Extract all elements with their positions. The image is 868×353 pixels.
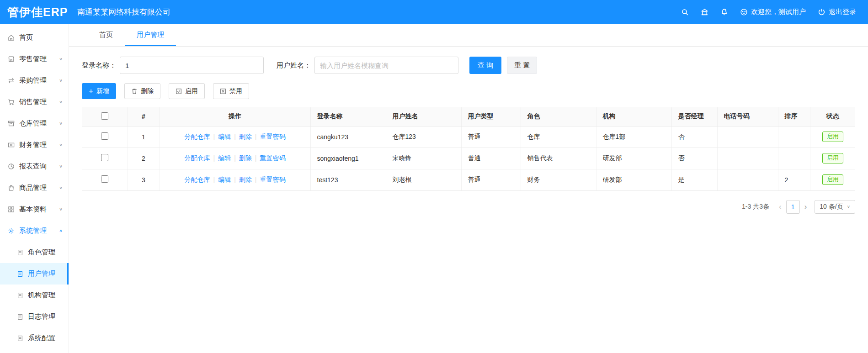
disable-label: 禁用 <box>229 87 242 95</box>
enable-button[interactable]: 启用 <box>169 83 205 99</box>
sidebar-item-basic-data[interactable]: 基本资料 ∨ <box>0 199 69 220</box>
bell-icon <box>720 8 728 16</box>
col-status: 状态 <box>810 107 855 126</box>
assign-warehouse-link[interactable]: 分配仓库 <box>185 176 210 183</box>
sidebar-item-goods[interactable]: 商品管理 ∨ <box>0 177 69 199</box>
home-icon <box>8 34 15 41</box>
sidebar-item-label: 财务管理 <box>19 141 47 149</box>
phone-cell <box>717 169 778 190</box>
sidebar-item-retail[interactable]: 零售管理 ∨ <box>0 48 69 70</box>
home-shortcut-button[interactable] <box>701 8 708 16</box>
search-button[interactable] <box>681 8 689 16</box>
sidebar-item-label: 报表查询 <box>19 162 47 171</box>
sidebar-item-log-management[interactable]: 日志管理 <box>0 306 69 327</box>
org-cell: 仓库1部 <box>596 126 671 148</box>
tab-user-management[interactable]: 用户管理 <box>125 24 176 46</box>
archive-icon <box>8 120 15 127</box>
disable-button[interactable]: 禁用 <box>213 83 249 99</box>
delete-link[interactable]: 删除 <box>239 133 252 140</box>
login-name-input[interactable] <box>120 57 264 74</box>
notifications-button[interactable] <box>720 8 728 16</box>
row-checkbox[interactable] <box>101 154 108 161</box>
edit-link[interactable]: 编辑 <box>218 176 231 183</box>
sidebar-item-label: 用户管理 <box>28 269 55 278</box>
link-separator: | <box>213 154 215 162</box>
row-checkbox[interactable] <box>101 132 108 140</box>
manager-cell: 否 <box>671 148 717 169</box>
sidebar-item-user-management[interactable]: 用户管理 <box>0 263 69 285</box>
edit-link[interactable]: 编辑 <box>218 154 231 162</box>
sidebar-item-system-config[interactable]: 系统配置 <box>0 327 69 349</box>
chevron-up-icon: ∧ <box>59 228 63 233</box>
table-header-row: # 操作 登录名称 用户姓名 用户类型 角色 机构 是否经理 电话号码 排序 状… <box>82 107 855 126</box>
reset-password-link[interactable]: 重置密码 <box>260 154 285 162</box>
org-cell: 研发部 <box>596 148 671 169</box>
table-row: 1 分配仓库|编辑|删除|重置密码 cangku123 仓库123 普通 仓库 … <box>82 126 855 148</box>
sidebar-item-label: 日志管理 <box>28 312 55 321</box>
assign-warehouse-link[interactable]: 分配仓库 <box>185 133 210 140</box>
user-name-label: 用户姓名： <box>277 61 311 70</box>
company-name: 南通某某网络科技有限公司 <box>77 7 170 17</box>
sidebar-item-system[interactable]: 系统管理 ∧ <box>0 220 69 242</box>
reset-password-link[interactable]: 重置密码 <box>260 133 285 140</box>
row-index: 1 <box>128 126 160 148</box>
page-size-select[interactable]: 10 条/页 ∨ <box>815 200 855 214</box>
add-button[interactable]: + 新增 <box>82 83 116 99</box>
status-badge[interactable]: 启用 <box>822 132 843 142</box>
chevron-down-icon: ∨ <box>59 121 63 126</box>
status-badge[interactable]: 启用 <box>822 153 843 163</box>
tab-home[interactable]: 首页 <box>87 24 125 46</box>
sidebar-item-warehouse[interactable]: 仓库管理 ∨ <box>0 113 69 134</box>
pie-chart-icon <box>8 163 15 170</box>
page-number-button[interactable]: 1 <box>786 200 800 214</box>
shop-icon <box>8 56 15 63</box>
link-separator: | <box>255 133 257 140</box>
col-login: 登录名称 <box>310 107 386 126</box>
document-icon <box>17 271 23 277</box>
sidebar-item-home[interactable]: 首页 <box>0 27 69 48</box>
chevron-down-icon: ∨ <box>59 164 63 169</box>
user-welcome[interactable]: 欢迎您，测试用户 <box>740 8 806 16</box>
sidebar-item-label: 销售管理 <box>19 98 47 106</box>
check-square-icon <box>176 88 182 95</box>
manager-cell: 是 <box>671 169 717 190</box>
row-checkbox[interactable] <box>101 175 108 183</box>
building-icon <box>701 8 708 16</box>
chevron-down-icon: ∨ <box>59 57 63 61</box>
sidebar-item-role-management[interactable]: 角色管理 <box>0 242 69 263</box>
table-row: 2 分配仓库|编辑|删除|重置密码 songxiaofeng1 宋晓锋 普通 销… <box>82 148 855 169</box>
status-badge[interactable]: 启用 <box>822 174 843 184</box>
query-button[interactable]: 查 询 <box>469 57 501 74</box>
sidebar-item-org-management[interactable]: 机构管理 <box>0 285 69 306</box>
bag-icon <box>8 184 15 191</box>
sidebar-item-purchase[interactable]: 采购管理 ∨ <box>0 70 69 91</box>
edit-link[interactable]: 编辑 <box>218 133 231 140</box>
sidebar-item-reports[interactable]: 报表查询 ∨ <box>0 156 69 177</box>
table-row: 3 分配仓库|编辑|删除|重置密码 test123 刘老根 普通 财务 研发部 … <box>82 169 855 190</box>
delete-link[interactable]: 删除 <box>239 176 252 183</box>
sidebar-item-sales[interactable]: 销售管理 ∨ <box>0 91 69 113</box>
link-separator: | <box>234 133 236 140</box>
sidebar: 首页 零售管理 ∨ 采购管理 ∨ 销售管理 ∨ 仓库管理 ∨ 财务管理 ∨ <box>0 24 69 353</box>
document-icon <box>17 335 23 342</box>
x-square-icon <box>220 88 226 95</box>
money-icon <box>8 142 15 148</box>
reset-button[interactable]: 重 置 <box>507 57 537 74</box>
logout-button[interactable]: 退出登录 <box>818 8 856 16</box>
actions-cell: 分配仓库|编辑|删除|重置密码 <box>160 148 310 169</box>
sidebar-item-label: 首页 <box>19 33 33 42</box>
type-cell: 普通 <box>461 148 521 169</box>
next-page-button[interactable]: › <box>801 202 810 211</box>
prev-page-button[interactable]: ‹ <box>776 202 785 211</box>
delete-link[interactable]: 删除 <box>239 154 252 162</box>
delete-button[interactable]: 删除 <box>124 83 160 99</box>
sidebar-item-label: 角色管理 <box>28 248 55 257</box>
col-sort: 排序 <box>778 107 810 126</box>
user-name-input[interactable] <box>314 57 458 74</box>
select-all-checkbox[interactable] <box>101 112 108 120</box>
reset-password-link[interactable]: 重置密码 <box>260 176 285 183</box>
assign-warehouse-link[interactable]: 分配仓库 <box>185 154 210 162</box>
sidebar-item-finance[interactable]: 财务管理 ∨ <box>0 134 69 156</box>
filter-bar: 登录名称： 用户姓名： 查 询 重 置 <box>82 57 855 74</box>
name-cell: 刘老根 <box>386 169 461 190</box>
